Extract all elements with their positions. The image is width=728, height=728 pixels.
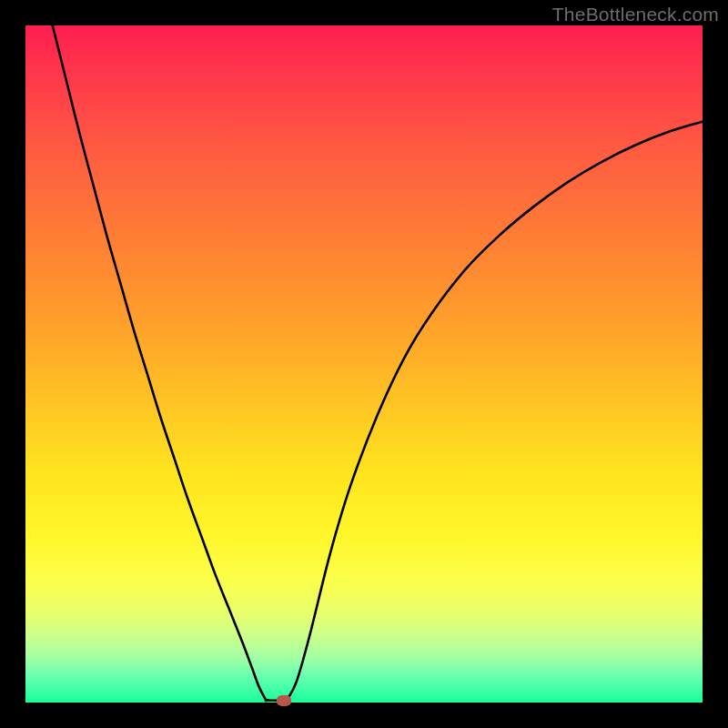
min-marker [277, 695, 291, 706]
plot-area [25, 25, 703, 703]
bottleneck-curve [25, 25, 703, 703]
attribution-text: TheBottleneck.com [552, 4, 719, 25]
chart-frame: TheBottleneck.com [0, 0, 728, 728]
curve-path [53, 25, 703, 702]
